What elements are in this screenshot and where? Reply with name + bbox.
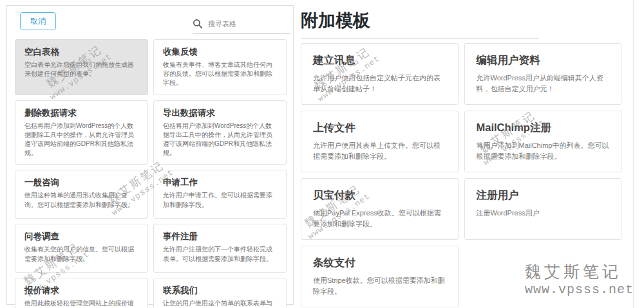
template-desc: 注册WordPress用户 xyxy=(477,208,610,219)
template-card-collect-feedback[interactable]: 收集反馈 收集有关事件、博客文章或其他任何内容的反馈。您可以根据需要添加和删除字… xyxy=(153,39,287,95)
template-card-delete-data-request[interactable]: 删除数据请求 包括将用户添加到WordPress的个人数据删除工具中的操作，从而… xyxy=(15,100,148,165)
template-card-edit-profile[interactable]: 编辑用户资料 允许WordPress用户从前端编辑其个人资料，包括自定义用户元！ xyxy=(464,43,622,105)
template-desc: 使用这种简单的通用形式收集用户查询。您可以根据需要添加和删除字段。 xyxy=(24,191,138,209)
additional-templates-heading: 附加模板 xyxy=(301,9,539,39)
template-title: 收集反馈 xyxy=(163,46,277,58)
template-desc: 使用Stripe收款。您可以根据需要添加和删除字段。 xyxy=(313,275,446,297)
template-desc: 允许用户使用包括自定义帖子元在内的表单从前端创建帖子！ xyxy=(313,73,446,95)
template-card-contact-us[interactable]: 联系我们 让您的用户使用这个简单的联系表单与您联系。可以根据需要添加和删除字段。 xyxy=(153,278,287,308)
template-title: 事件注册 xyxy=(163,231,277,242)
template-card-paypal-payment[interactable]: 贝宝付款 使用PayPal Express收款。您可以根据需要添加和删除字段。 xyxy=(301,178,459,240)
template-desc: 使用此模板轻松管理您网站上的报价请求。您可以根据需要添加和删除字段。 xyxy=(24,299,138,308)
template-card-job-application[interactable]: 申请工作 允许用户申请工作。您可以根据需要添加和删除字段。 xyxy=(153,170,287,219)
template-desc: 使用PayPal Express收款。您可以根据需要添加和删除字段。 xyxy=(313,208,446,230)
template-title: 贝宝付款 xyxy=(313,188,446,203)
template-card-event-registration[interactable]: 事件注册 允许用户注册您的下一个事件轻松完成表单。可以根据需要添加和删除字段。 xyxy=(153,224,287,273)
template-title: 报价请求 xyxy=(24,285,138,296)
template-desc: 包括将用户添加到WordPress的个人数据导出工具中的操作，从而允许管理员遵守… xyxy=(163,122,277,158)
search-field[interactable] xyxy=(193,14,290,34)
template-desc: 包括将用户添加到WordPress的个人数据删除工具中的操作，从而允许管理员遵守… xyxy=(24,122,138,158)
form-template-chooser: 取消 空白表格 空白表单允许您使用我们的拖放生成器来创建任何类型的表单。 收集反… xyxy=(0,0,644,308)
template-card-create-post[interactable]: 建立讯息 允许用户使用包括自定义帖子元在内的表单从前端创建帖子！ xyxy=(301,43,459,105)
template-picker-panel: 取消 空白表格 空白表单允许您使用我们的拖放生成器来创建任何类型的表单。 收集反… xyxy=(6,5,294,305)
template-title: 问卷调查 xyxy=(24,231,138,242)
additional-template-grid: 建立讯息 允许用户使用包括自定义帖子元在内的表单从前端创建帖子！ 编辑用户资料 … xyxy=(301,43,621,307)
template-title: 联系我们 xyxy=(163,285,277,296)
template-desc: 允许用户使用其表单上传文件。您可以根据需要添加和删除字段。 xyxy=(313,140,446,162)
template-title: 一般咨询 xyxy=(24,177,138,188)
template-card-blank-form[interactable]: 空白表格 空白表单允许您使用我们的拖放生成器来创建任何类型的表单。 xyxy=(15,39,148,95)
page-right-divider xyxy=(633,0,634,308)
template-card-file-upload[interactable]: 上传文件 允许用户使用其表单上传文件。您可以根据需要添加和删除字段。 xyxy=(301,111,459,172)
template-desc: 收集有关事件、博客文章或其他任何内容的反馈。您可以根据需要添加和删除字段。 xyxy=(163,60,277,88)
template-card-user-registration[interactable]: 注册用户 注册WordPress用户 xyxy=(464,178,622,240)
template-card-general-inquiry[interactable]: 一般咨询 使用这种简单的通用形式收集用户查询。您可以根据需要添加和删除字段。 xyxy=(15,170,148,219)
template-desc: 允许用户申请工作。您可以根据需要添加和删除字段。 xyxy=(163,191,277,209)
template-card-export-data-request[interactable]: 导出数据请求 包括将用户添加到WordPress的个人数据导出工具中的操作，从而… xyxy=(153,100,287,165)
template-title: 申请工作 xyxy=(163,177,277,188)
template-desc: 将用户添加到MailChimp中的列表。您可以根据需要添加和删除字段。 xyxy=(477,140,610,162)
template-desc: 收集有关您的用户的信息。您可以根据需要添加和删除字段。 xyxy=(24,245,138,263)
template-desc: 让您的用户使用这个简单的联系表单与您联系。可以根据需要添加和删除字段。 xyxy=(163,299,277,308)
template-desc: 允许用户注册您的下一个事件轻松完成表单。可以根据需要添加和删除字段。 xyxy=(163,245,277,263)
template-title: 条纹支付 xyxy=(313,256,446,270)
template-grid: 空白表格 空白表单允许您使用我们的拖放生成器来创建任何类型的表单。 收集反馈 收… xyxy=(15,39,287,308)
template-desc: 允许WordPress用户从前端编辑其个人资料，包括自定义用户元！ xyxy=(477,73,610,95)
template-card-survey[interactable]: 问卷调查 收集有关您的用户的信息。您可以根据需要添加和删除字段。 xyxy=(15,224,148,273)
search-input[interactable] xyxy=(208,20,279,28)
template-title: 上传文件 xyxy=(313,121,446,135)
template-card-quote-request[interactable]: 报价请求 使用此模板轻松管理您网站上的报价请求。您可以根据需要添加和删除字段。 xyxy=(15,278,148,308)
template-title: 导出数据请求 xyxy=(163,107,277,119)
template-title: 注册用户 xyxy=(477,188,610,203)
template-title: 建立讯息 xyxy=(313,53,446,68)
template-card-stripe-payment[interactable]: 条纹支付 使用Stripe收款。您可以根据需要添加和删除字段。 xyxy=(301,246,459,307)
template-title: 删除数据请求 xyxy=(24,107,138,119)
template-card-mailchimp-signup[interactable]: MailChimp注册 将用户添加到MailChimp中的列表。您可以根据需要添… xyxy=(464,111,622,172)
template-title: 空白表格 xyxy=(24,46,138,58)
template-title: MailChimp注册 xyxy=(477,121,610,135)
template-desc: 空白表单允许您使用我们的拖放生成器来创建任何类型的表单。 xyxy=(24,60,138,78)
search-icon xyxy=(193,19,203,29)
cancel-button[interactable]: 取消 xyxy=(20,12,56,30)
template-title: 编辑用户资料 xyxy=(477,53,610,68)
